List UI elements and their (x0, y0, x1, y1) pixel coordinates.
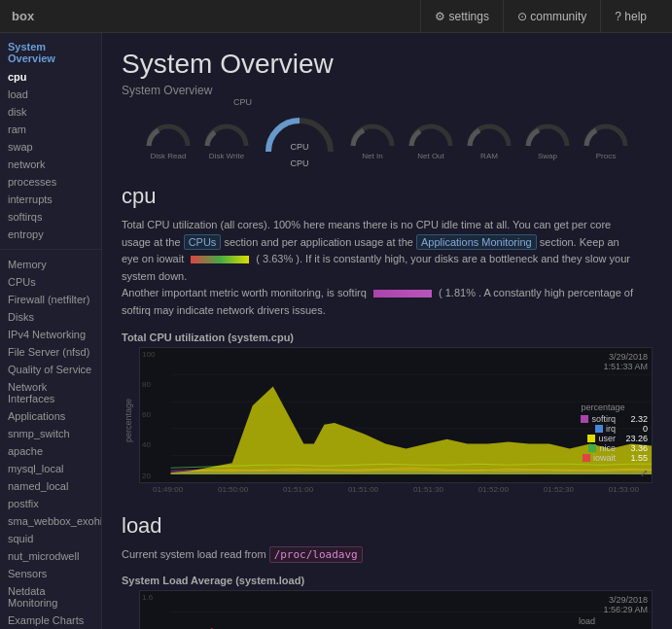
legend-header: percentage (581, 402, 648, 412)
sidebar-item-apache[interactable]: apache (0, 442, 101, 460)
cpus-link[interactable]: CPUs (184, 234, 222, 250)
page-subtitle: System Overview (122, 84, 653, 97)
sidebar-item-disks[interactable]: Disks (0, 308, 101, 326)
gauge-5-label: Net Out (417, 152, 444, 160)
gauge-svg-6 (465, 121, 513, 150)
sidebar-item-sensors[interactable]: Sensors (0, 565, 101, 582)
sidebar-divider1 (0, 249, 101, 250)
brand-label: box (12, 9, 34, 23)
sidebar-item-cpu[interactable]: cpu (0, 68, 101, 86)
legend-irq: irq 0 (581, 424, 648, 434)
main-layout: System Overview cpu load disk ram swap n… (0, 33, 672, 629)
sidebar-item-processes[interactable]: processes (0, 173, 101, 191)
load-heading: load (122, 513, 653, 539)
gauge-svg-7 (523, 121, 572, 150)
app-monitoring-link[interactable]: Applications Monitoring (416, 234, 537, 250)
legend-softirq: softirq 2.32 (581, 414, 648, 424)
load-chart-wrapper: load 1.6 1.2 0.8 (122, 590, 653, 629)
load-chart-container: 1.6 1.2 0.8 (139, 590, 653, 629)
cpu-heading: cpu (122, 184, 653, 209)
sidebar-item-entropy[interactable]: entropy (0, 226, 101, 243)
load-chart-timestamp: 3/29/2018 1:56:29 AM (603, 595, 648, 614)
user-value: 23.26 (619, 434, 648, 443)
sidebar-item-disk[interactable]: disk (0, 103, 101, 121)
svg-text:CPU: CPU (290, 142, 308, 152)
gauge-1: Disk Read (144, 121, 193, 160)
nice-value: 3.36 (619, 443, 648, 453)
gauge-7: Swap (523, 121, 572, 160)
cpu-gauge-label: CPU (233, 97, 252, 107)
sidebar-item-netif[interactable]: Network Interfaces (0, 378, 101, 407)
cpu-expand-icon[interactable]: ⤢ (640, 468, 648, 478)
cpu-y-label: percentage (122, 347, 135, 494)
gauge-8: Procs (582, 121, 630, 160)
user-label: user (598, 434, 616, 443)
nav-links: ⚙ settings ⊙ community ? help (420, 0, 660, 33)
iowait-pct: 3.63% (263, 253, 293, 264)
sidebar-item-qos[interactable]: Quality of Service (0, 361, 101, 378)
softirq-sparkline (373, 290, 432, 297)
irq-label: irq (606, 424, 616, 434)
load-chart-title: System Load Average (system.load) (122, 575, 653, 586)
loadavg-link[interactable]: /proc/loadavg (269, 546, 363, 563)
legend-iowait: iowait 1.55 (581, 453, 648, 463)
sidebar-item-squid[interactable]: squid (0, 530, 101, 547)
sidebar-item-ipv4[interactable]: IPv4 Networking (0, 326, 101, 343)
iowait-legend-label: iowait (593, 453, 616, 463)
cpu-section: cpu Total CPU utilization (all cores). 1… (122, 184, 653, 494)
sidebar-item-cpus[interactable]: CPUs (0, 273, 101, 291)
sidebar-item-swap[interactable]: swap (0, 138, 101, 156)
sidebar-item-memory[interactable]: Memory (0, 256, 101, 273)
nice-label: nice (599, 443, 616, 453)
top-nav: box ⚙ settings ⊙ community ? help (0, 0, 672, 33)
sidebar-item-charts[interactable]: Example Charts (0, 612, 101, 629)
gauge-row: CPU Disk Read Disk Write (122, 113, 653, 168)
gauge-6-label: RAM (480, 152, 498, 160)
sidebar-item-softirqs[interactable]: softirqs (0, 208, 101, 226)
load-legend-header: load (579, 616, 648, 626)
sidebar-item-ram[interactable]: ram (0, 121, 101, 138)
nice-color (588, 444, 596, 452)
cpu-chart-wrapper: percentage 100 80 60 40 20 (122, 347, 653, 494)
sidebar-section-overview: System Overview (0, 33, 101, 68)
help-label: ? help (615, 10, 647, 23)
sidebar: System Overview cpu load disk ram swap n… (0, 33, 102, 629)
sidebar-item-interrupts[interactable]: interrupts (0, 191, 101, 208)
gauge-5: Net Out (407, 121, 455, 160)
sidebar-item-firewall[interactable]: Firewall (netfilter) (0, 291, 101, 308)
gauge-4: Net In (348, 121, 397, 160)
load-description: Current system load read from /proc/load… (122, 546, 637, 564)
gauge-4-label: Net In (362, 152, 382, 160)
help-link[interactable]: ? help (600, 0, 660, 33)
sidebar-item-apps[interactable]: Applications (0, 407, 101, 425)
gauge-3: CPU CPU (261, 113, 338, 168)
iowait-color (583, 454, 590, 462)
sidebar-item-snmp[interactable]: snmp_switch (0, 425, 101, 442)
gauge-8-label: Procs (596, 152, 616, 160)
softirq-value: 2.32 (619, 414, 648, 424)
sidebar-item-named[interactable]: named_local (0, 477, 101, 495)
sidebar-item-load[interactable]: load (0, 86, 101, 103)
sidebar-item-postfix[interactable]: postfix (0, 495, 101, 512)
sidebar-item-network[interactable]: network (0, 156, 101, 173)
gauge-svg-4 (348, 121, 397, 150)
gauge-svg-1 (144, 121, 193, 150)
cpu-desc2: section and per application usage at the (224, 236, 412, 248)
community-link[interactable]: ⊙ community (503, 0, 600, 33)
iowait-legend-value: 1.55 (619, 453, 648, 463)
gauge-1-label: Disk Read (151, 152, 187, 160)
softirq-color (581, 415, 588, 423)
gauge-7-label: Swap (538, 152, 557, 160)
sidebar-item-sma[interactable]: sma_webbox_exohike (0, 512, 101, 530)
load-section: load Current system load read from /proc… (122, 513, 653, 629)
sidebar-item-netdata[interactable]: Netdata Monitoring (0, 582, 101, 612)
settings-link[interactable]: ⚙ settings (420, 0, 503, 33)
sidebar-item-nut[interactable]: nut_microdwell (0, 547, 101, 565)
load-chart-svg (140, 591, 652, 629)
user-color (587, 435, 595, 442)
load-chart-area: 1.6 1.2 0.8 (139, 590, 653, 629)
irq-value: 0 (619, 424, 648, 434)
sidebar-item-mysql[interactable]: mysql_local (0, 460, 101, 477)
cpu-chart-title: Total CPU utilization (system.cpu) (122, 332, 653, 343)
sidebar-item-nfsd[interactable]: File Server (nfsd) (0, 343, 101, 361)
